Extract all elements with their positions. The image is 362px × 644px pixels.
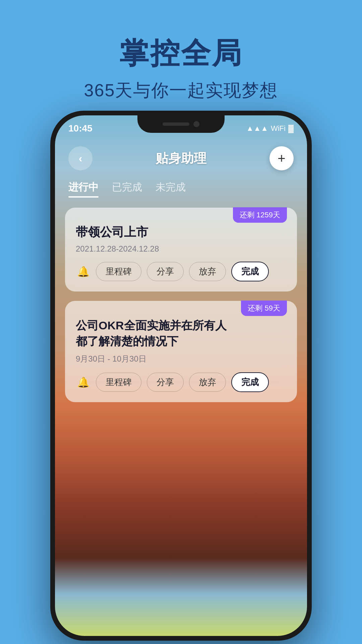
signal-icon: ▲▲▲: [246, 124, 268, 133]
milestone-btn-2[interactable]: 里程碑: [96, 373, 141, 392]
abandon-btn-2[interactable]: 放弃: [189, 373, 226, 392]
speaker: [163, 122, 189, 126]
app-content: ‹ 贴身助理 + 进行中 已完成 未完成: [55, 140, 307, 636]
bell-icon-2[interactable]: 🔔: [76, 375, 90, 389]
add-icon: +: [278, 151, 285, 166]
tab-in-progress[interactable]: 进行中: [68, 180, 99, 198]
complete-btn-1[interactable]: 完成: [231, 262, 269, 281]
card-2-date: 9月30日 - 10月30日: [76, 354, 286, 364]
share-btn-1[interactable]: 分享: [147, 262, 184, 281]
back-button[interactable]: ‹: [68, 146, 93, 170]
tab-completed[interactable]: 已完成: [112, 180, 142, 198]
battery-icon: ▓: [288, 124, 294, 133]
camera: [193, 121, 199, 127]
complete-btn-2[interactable]: 完成: [231, 372, 269, 392]
card-1: 还剩 1259天 带领公司上市 2021.12.28-2024.12.28 🔔 …: [65, 208, 297, 291]
share-btn-2[interactable]: 分享: [147, 373, 184, 392]
card-1-title: 带领公司上市: [76, 224, 286, 240]
card-1-actions: 🔔 里程碑 分享 放弃 完成: [76, 262, 286, 281]
nav-bar: ‹ 贴身助理 +: [65, 140, 297, 177]
status-icons: ▲▲▲ WiFi ▓: [246, 124, 294, 133]
status-time: 10:45: [68, 123, 93, 134]
tab-bar: 进行中 已完成 未完成: [65, 180, 297, 198]
page-header: 掌控全局 365天与你一起实现梦想: [84, 34, 278, 102]
milestone-btn-1[interactable]: 里程碑: [96, 262, 141, 281]
card-2-badge: 还剩 59天: [241, 301, 287, 316]
phone-screen: 10:45 ▲▲▲ WiFi ▓ ‹ 贴身助理 +: [55, 115, 307, 636]
card-1-badge: 还剩 1259天: [233, 207, 287, 223]
abandon-btn-1[interactable]: 放弃: [189, 262, 226, 281]
phone-mockup: 10:45 ▲▲▲ WiFi ▓ ‹ 贴身助理 +: [50, 111, 312, 641]
card-1-date: 2021.12.28-2024.12.28: [76, 244, 286, 254]
nav-title: 贴身助理: [156, 150, 206, 167]
wifi-icon: WiFi: [271, 124, 286, 133]
card-2-title: 公司OKR全面实施并在所有人都了解清楚的情况下: [76, 318, 286, 350]
card-2: 还剩 59天 公司OKR全面实施并在所有人都了解清楚的情况下 9月30日 - 1…: [65, 301, 297, 402]
page-title: 掌控全局: [84, 34, 278, 73]
phone-frame: 10:45 ▲▲▲ WiFi ▓ ‹ 贴身助理 +: [50, 111, 312, 641]
tab-incomplete[interactable]: 未完成: [156, 180, 186, 198]
card-2-actions: 🔔 里程碑 分享 放弃 完成: [76, 372, 286, 392]
bell-icon-1[interactable]: 🔔: [76, 264, 90, 279]
phone-notch: [137, 115, 225, 133]
page-subtitle: 365天与你一起实现梦想: [84, 79, 278, 102]
add-button[interactable]: +: [269, 146, 294, 170]
back-icon: ‹: [79, 152, 82, 165]
